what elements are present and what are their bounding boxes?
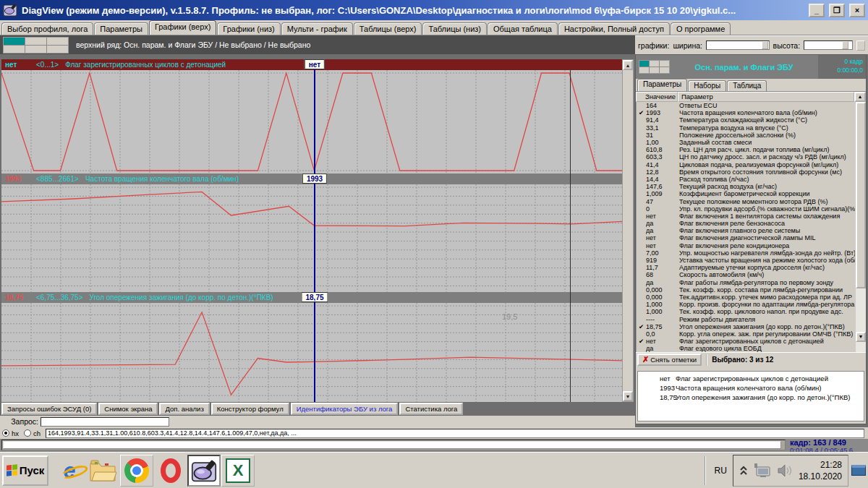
- param-row[interactable]: 41,4Цикловая подача, реализуемая форсунк…: [637, 161, 866, 168]
- param-row[interactable]: нетФлаг включения реле кондиционера: [637, 242, 866, 249]
- selected-param-row[interactable]: 18,75Угол опережения зажигания (до корр.…: [638, 393, 864, 402]
- param-row[interactable]: 164Ответы ECU: [637, 102, 866, 109]
- chrome-icon[interactable]: [120, 455, 153, 487]
- tab-9[interactable]: О программе: [671, 22, 731, 35]
- param-row[interactable]: 0,0Корр. угла опереж. заж. при регулиров…: [637, 330, 866, 338]
- bottom-button-1[interactable]: Снимок экрана: [98, 403, 158, 415]
- list-scroll-up-icon[interactable]: ▲: [854, 92, 866, 102]
- char-radio[interactable]: [24, 429, 31, 437]
- timeline-scroll-thumb[interactable]: [3, 441, 781, 449]
- param-row[interactable]: 0,000Тек.аддитивн.корр. утечек мимо расх…: [637, 294, 866, 301]
- param-row[interactable]: 1,000Корр. произв. форсунки по адаптации…: [637, 301, 866, 308]
- param-row[interactable]: даФлаг ездового цикла ЕОБД: [637, 345, 866, 352]
- param-value: 1,00: [646, 139, 679, 146]
- param-row[interactable]: 610,8Рез. ЦН для расч. цикл. подачи топл…: [637, 146, 866, 153]
- panel-tab-2[interactable]: Таблица: [727, 80, 767, 91]
- network-icon[interactable]: [754, 463, 771, 479]
- bottom-button-3[interactable]: Конструктор формул: [211, 403, 289, 415]
- opera-icon[interactable]: [154, 455, 187, 487]
- param-row[interactable]: нетФлаг включения диагностической лампы …: [637, 234, 866, 241]
- param-row[interactable]: 7,00Упр. мощностью нагревателя лямбда-зо…: [637, 249, 866, 257]
- diagview-taskbar-icon[interactable]: [187, 455, 221, 487]
- param-name: Температура охлаждающей жидкости (°C): [679, 116, 855, 124]
- param-row[interactable]: даФлаг работы лямбда-регулятора по перво…: [637, 279, 866, 286]
- param-row[interactable]: ✔нетФлаг зарегистрированных циклов с дет…: [637, 338, 866, 345]
- close-button[interactable]: ×: [849, 4, 865, 17]
- clear-marks-button[interactable]: ✗ Снять отметки: [637, 354, 702, 366]
- tab-2[interactable]: Графики (верх): [149, 20, 216, 35]
- param-row[interactable]: 0Упр. кл. продувки адсорб.(% скважности …: [637, 205, 866, 213]
- param-row[interactable]: 1,00Заданный состав смеси: [637, 139, 866, 146]
- selected-param-row[interactable]: нетФлаг зарегистрированных циклов с дето…: [638, 374, 864, 383]
- param-row[interactable]: 31Положение дроссельной заслонки (%): [637, 132, 866, 139]
- size-reset-button[interactable]: [856, 40, 865, 51]
- chart-2-plot[interactable]: [1, 184, 622, 292]
- height-slider[interactable]: [804, 40, 853, 50]
- language-indicator[interactable]: RU: [709, 466, 733, 476]
- chart-3-plot[interactable]: [1, 303, 622, 402]
- tab-4[interactable]: Мульти - график: [281, 22, 353, 35]
- list-scroll-down-icon[interactable]: ▼: [856, 332, 866, 342]
- folder-icon[interactable]: [86, 455, 119, 487]
- tab-5[interactable]: Таблицы (верх): [354, 22, 422, 35]
- request-input[interactable]: [41, 417, 169, 427]
- param-row[interactable]: 33,1Температура воздуха на впуске (°C): [637, 124, 866, 132]
- param-row[interactable]: ----Режим работы двигателя: [637, 315, 866, 322]
- param-row[interactable]: нетФлаг включения 1 вентилятора системы …: [637, 213, 866, 220]
- tab-0[interactable]: Выбор профиля, лога: [1, 22, 93, 35]
- panel-grid-selector-icon[interactable]: [639, 60, 670, 74]
- column-value[interactable]: Значение: [636, 92, 678, 102]
- param-row[interactable]: 147,6Текущий расход воздуха (кг/час): [637, 183, 866, 190]
- graph-row-toolbar: верхний ряд: Осн. парам. и Флаги ЭБУ / Н…: [0, 35, 635, 54]
- panel-tab-0[interactable]: Параметры: [637, 79, 687, 91]
- param-row[interactable]: 68Скорость автомобиля (км/ч): [637, 271, 866, 278]
- param-value: 919: [646, 257, 679, 264]
- frame-data-field[interactable]: 164,1993,91.4,33.1,31,1.00,610.8,603.3,4…: [46, 429, 864, 438]
- speaker-icon[interactable]: [777, 463, 793, 478]
- param-row[interactable]: ✔18,75Угол опережения зажигания (до корр…: [637, 323, 866, 330]
- panel-tab-1[interactable]: Наборы: [688, 80, 726, 91]
- chart-1-plot[interactable]: [1, 70, 622, 174]
- param-row[interactable]: 0,000Тек. коэфф. корр. состава при лямбд…: [637, 286, 866, 294]
- param-row[interactable]: 11,7Адаптируемые утечки корпуса дросселя…: [637, 264, 866, 271]
- param-row[interactable]: даФлаг включения реле бензонасоса: [637, 220, 866, 227]
- param-row[interactable]: 603,3ЦН по датчику дросс. засл. и расход…: [637, 153, 866, 160]
- hex-radio[interactable]: [2, 429, 9, 437]
- bottom-button-2[interactable]: Доп. анализ: [159, 403, 209, 415]
- param-row[interactable]: 919Уставка частоты вращения на режиме хо…: [637, 257, 866, 264]
- param-row[interactable]: 1,009Коэффициент барометрической коррекц…: [637, 190, 866, 197]
- tab-1[interactable]: Параметры: [94, 22, 148, 35]
- param-row[interactable]: ✔1993Частота вращения коленчатого вала (…: [637, 109, 866, 116]
- bottom-button-5[interactable]: Статистика лога: [399, 403, 463, 415]
- scroll-down-icon[interactable]: ▼: [623, 391, 633, 401]
- graph-grid-selector-icon[interactable]: [3, 37, 69, 53]
- width-slider[interactable]: [706, 40, 770, 50]
- charts-vertical-scrollbar[interactable]: ▲ ▼: [622, 59, 634, 402]
- bottom-button-0[interactable]: Запросы ошибок ЭСУД (0): [1, 403, 97, 415]
- restore-button[interactable]: ❐: [829, 4, 845, 17]
- timeline-scrollbar[interactable]: [1, 440, 786, 450]
- param-row[interactable]: 47Текущее положение моментного мотора РД…: [637, 197, 866, 205]
- minimize-button[interactable]: _: [809, 4, 825, 17]
- param-row[interactable]: даФлаг включения главного реле системы: [637, 227, 866, 234]
- bottom-button-4[interactable]: Идентификаторы ЭБУ из лога: [291, 403, 399, 415]
- tab-3[interactable]: Графики (низ): [217, 22, 280, 35]
- start-button[interactable]: Пуск: [2, 455, 48, 486]
- show-desktop-icon[interactable]: [851, 465, 866, 476]
- param-row[interactable]: 1,000Тек. коэфф. корр. циклового напол. …: [637, 308, 866, 315]
- tab-6[interactable]: Таблицы (низ): [422, 22, 487, 35]
- param-list-scroll-thumb[interactable]: [856, 102, 866, 288]
- scroll-up-icon[interactable]: ▲: [623, 60, 633, 70]
- column-parameter[interactable]: Параметр: [678, 92, 854, 102]
- selected-param-row[interactable]: 1993Частота вращения коленчатого вала (о…: [638, 383, 864, 393]
- internet-explorer-icon[interactable]: e: [53, 455, 86, 487]
- param-row[interactable]: 12,8Время открытого состояния топливной …: [637, 168, 866, 176]
- excel-icon[interactable]: X: [221, 455, 255, 487]
- tab-7[interactable]: Общая таблица: [488, 22, 558, 35]
- tab-8[interactable]: Настройки, Полный доступ: [558, 22, 670, 35]
- clock[interactable]: 21:28 18.10.2020: [799, 459, 842, 482]
- param-row[interactable]: 14,4Расход топлива (л/час): [637, 176, 866, 183]
- chevron-up-icon[interactable]: [739, 466, 748, 476]
- chart-cursor-line[interactable]: [314, 59, 315, 402]
- param-row[interactable]: 91,4Температура охлаждающей жидкости (°C…: [637, 116, 866, 124]
